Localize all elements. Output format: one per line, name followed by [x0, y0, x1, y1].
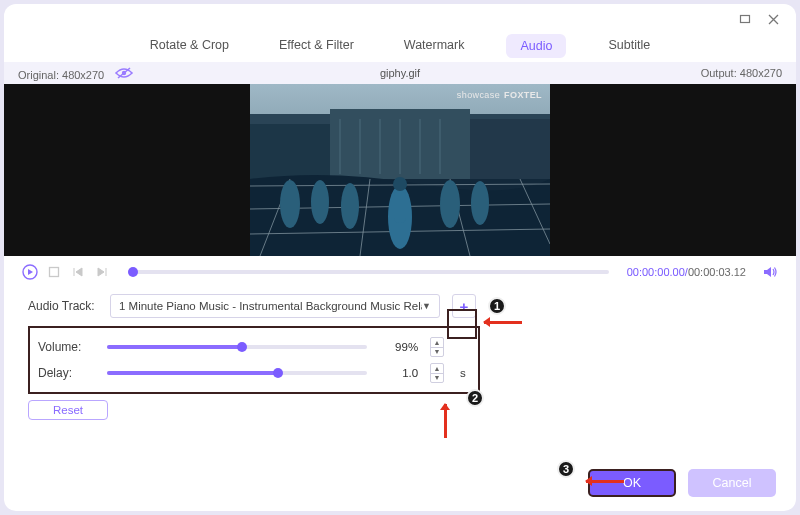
close-button[interactable]: [766, 12, 780, 26]
audio-track-select[interactable]: 1 Minute Piano Music - Instrumental Back…: [110, 294, 440, 318]
filename-label: giphy.gif: [380, 67, 420, 79]
timecode: 00:00:00.00/00:00:03.12: [627, 266, 746, 278]
svg-rect-24: [50, 268, 59, 277]
volume-value: 99%: [377, 341, 419, 353]
play-button[interactable]: [22, 264, 38, 280]
svg-point-21: [393, 177, 407, 191]
timeline-slider[interactable]: [128, 270, 609, 274]
audio-track-value: 1 Minute Piano Music - Instrumental Back…: [119, 300, 422, 312]
svg-point-19: [471, 181, 489, 225]
svg-point-15: [280, 180, 300, 228]
cancel-button[interactable]: Cancel: [688, 469, 776, 497]
chevron-down-icon: ▼: [422, 301, 431, 311]
minimize-button[interactable]: [738, 12, 752, 26]
reset-button[interactable]: Reset: [28, 400, 108, 420]
delay-slider[interactable]: [107, 371, 366, 375]
annotation-box-1: [447, 309, 477, 339]
svg-rect-6: [250, 124, 330, 179]
svg-point-18: [440, 180, 460, 228]
tabs: Rotate & Crop Effect & Filter Watermark …: [4, 34, 796, 62]
svg-point-16: [311, 180, 329, 224]
info-bar: Original: 480x270 giphy.gif Output: 480x…: [4, 62, 796, 84]
volume-slider[interactable]: [107, 345, 366, 349]
overlay-brand: showcaseFOXTEL: [457, 90, 542, 100]
delay-stepper[interactable]: ▲▼: [430, 363, 444, 383]
preview-area: showcaseFOXTEL: [4, 84, 796, 256]
output-dims: Output: 480x270: [701, 67, 782, 79]
svg-rect-22: [394, 191, 406, 223]
delay-value: 1.0: [377, 367, 419, 379]
tab-watermark[interactable]: Watermark: [396, 34, 473, 58]
annotation-arrow-2: [444, 404, 447, 438]
audio-track-label: Audio Track:: [28, 299, 102, 313]
annotation-badge-1: 1: [488, 297, 506, 315]
time-duration: 00:00:03.12: [688, 266, 746, 278]
time-current: 00:00:00.00: [627, 266, 685, 278]
volume-stepper[interactable]: ▲▼: [430, 337, 444, 357]
video-preview[interactable]: showcaseFOXTEL: [250, 84, 550, 256]
playbar: 00:00:00.00/00:00:03.12: [4, 256, 796, 286]
original-dims: Original: 480x270: [18, 69, 104, 81]
prev-frame-button[interactable]: [70, 264, 86, 280]
volume-delay-group: Volume: 99% ▲▼ Delay: 1.0 ▲▼ s: [28, 326, 480, 394]
speaker-icon[interactable]: [762, 264, 778, 280]
next-frame-button[interactable]: [94, 264, 110, 280]
tab-rotate-crop[interactable]: Rotate & Crop: [142, 34, 237, 58]
delay-label: Delay:: [38, 366, 97, 380]
delay-unit: s: [460, 367, 470, 379]
ok-button[interactable]: OK: [588, 469, 676, 497]
volume-label: Volume:: [38, 340, 97, 354]
stop-button[interactable]: [46, 264, 62, 280]
svg-rect-8: [470, 119, 550, 179]
svg-rect-0: [741, 16, 750, 23]
tab-effect-filter[interactable]: Effect & Filter: [271, 34, 362, 58]
tab-subtitle[interactable]: Subtitle: [600, 34, 658, 58]
annotation-badge-3: 3: [557, 460, 575, 478]
visibility-toggle-icon[interactable]: [115, 65, 133, 82]
titlebar: [4, 4, 796, 34]
annotation-badge-2: 2: [466, 389, 484, 407]
annotation-arrow-1: [484, 321, 522, 324]
svg-point-17: [341, 183, 359, 229]
annotation-arrow-3: [586, 480, 624, 483]
tab-audio[interactable]: Audio: [506, 34, 566, 58]
dialog-footer: OK Cancel: [588, 469, 776, 497]
audio-controls: Audio Track: 1 Minute Piano Music - Inst…: [4, 286, 796, 420]
editor-window: Rotate & Crop Effect & Filter Watermark …: [4, 4, 796, 511]
